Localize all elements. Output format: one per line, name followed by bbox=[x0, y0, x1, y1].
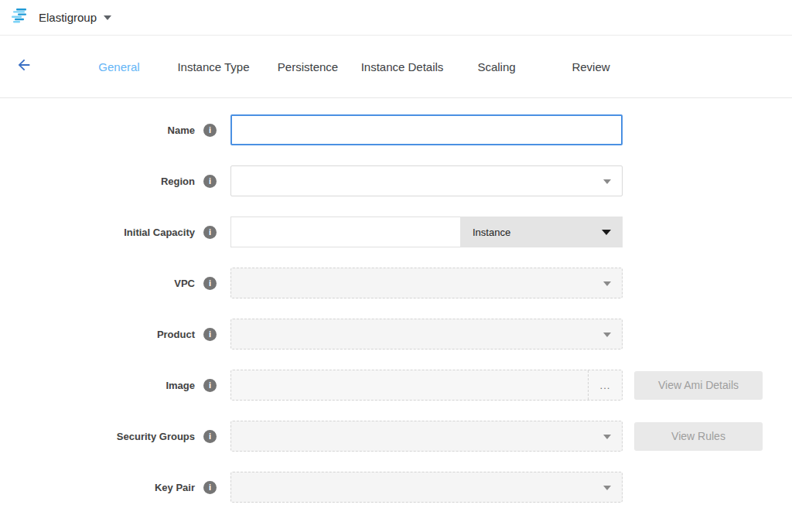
image-input-value bbox=[231, 370, 588, 400]
image-label: Image bbox=[0, 380, 195, 391]
security-groups-select bbox=[230, 421, 623, 452]
view-rules-button: View Rules bbox=[634, 422, 763, 451]
form-row-image: Image i ... View Ami Details bbox=[0, 370, 792, 401]
key-pair-label: Key Pair bbox=[0, 482, 195, 493]
name-label: Name bbox=[0, 124, 195, 136]
product-name: Elastigroup bbox=[39, 11, 97, 24]
chevron-down-icon bbox=[104, 15, 111, 20]
image-browse-button: ... bbox=[588, 370, 622, 400]
tab-instance-type[interactable]: Instance Type bbox=[166, 60, 261, 73]
form-row-key-pair: Key Pair i bbox=[0, 472, 792, 503]
name-input[interactable] bbox=[230, 114, 623, 145]
form-row-product: Product i bbox=[0, 319, 792, 350]
info-icon[interactable]: i bbox=[203, 175, 217, 188]
info-icon[interactable]: i bbox=[203, 124, 217, 137]
capacity-unit-select[interactable]: Instance bbox=[460, 217, 623, 247]
product-switcher[interactable]: Elastigroup bbox=[11, 8, 111, 28]
info-icon[interactable]: i bbox=[203, 379, 217, 392]
chevron-down-icon bbox=[602, 230, 611, 235]
key-pair-select bbox=[230, 472, 623, 503]
back-arrow-icon bbox=[15, 56, 32, 77]
info-icon[interactable]: i bbox=[203, 277, 217, 290]
initial-capacity-input[interactable] bbox=[230, 217, 460, 247]
elastigroup-logo-icon bbox=[11, 8, 31, 28]
info-icon[interactable]: i bbox=[203, 328, 217, 341]
chevron-down-icon bbox=[603, 281, 611, 286]
tab-scaling[interactable]: Scaling bbox=[449, 60, 544, 73]
form-row-security-groups: Security Groups i View Rules bbox=[0, 421, 792, 452]
product-select bbox=[230, 319, 623, 350]
tab-general[interactable]: General bbox=[72, 60, 166, 73]
top-bar: Elastigroup bbox=[0, 0, 792, 36]
security-groups-label: Security Groups bbox=[0, 431, 195, 442]
region-label: Region bbox=[0, 176, 195, 187]
initial-capacity-label: Initial Capacity bbox=[0, 227, 195, 238]
vpc-label: VPC bbox=[0, 278, 195, 289]
general-settings-form: Name i Region i Initial Capacity i Insta… bbox=[0, 98, 792, 503]
tab-persistence[interactable]: Persistence bbox=[261, 60, 355, 73]
form-row-name: Name i bbox=[0, 114, 792, 145]
product-label: Product bbox=[0, 329, 195, 340]
tab-review[interactable]: Review bbox=[544, 60, 638, 73]
chevron-down-icon bbox=[603, 179, 611, 184]
chevron-down-icon bbox=[603, 435, 611, 439]
tab-instance-details[interactable]: Instance Details bbox=[355, 60, 449, 73]
info-icon[interactable]: i bbox=[203, 226, 217, 239]
chevron-down-icon bbox=[603, 486, 611, 490]
region-select[interactable] bbox=[230, 165, 623, 196]
wizard-tab-bar: General Instance Type Persistence Instan… bbox=[0, 36, 792, 98]
form-row-region: Region i bbox=[0, 165, 792, 196]
form-row-initial-capacity: Initial Capacity i Instance bbox=[0, 217, 792, 247]
image-input: ... bbox=[230, 370, 623, 401]
info-icon[interactable]: i bbox=[203, 481, 217, 494]
back-button[interactable] bbox=[15, 57, 33, 76]
tab-list: General Instance Type Persistence Instan… bbox=[72, 60, 638, 73]
info-icon[interactable]: i bbox=[203, 430, 217, 443]
vpc-select bbox=[230, 268, 623, 298]
form-row-vpc: VPC i bbox=[0, 268, 792, 298]
chevron-down-icon bbox=[603, 332, 611, 337]
capacity-unit-value: Instance bbox=[473, 227, 510, 238]
view-ami-details-button: View Ami Details bbox=[634, 371, 763, 400]
